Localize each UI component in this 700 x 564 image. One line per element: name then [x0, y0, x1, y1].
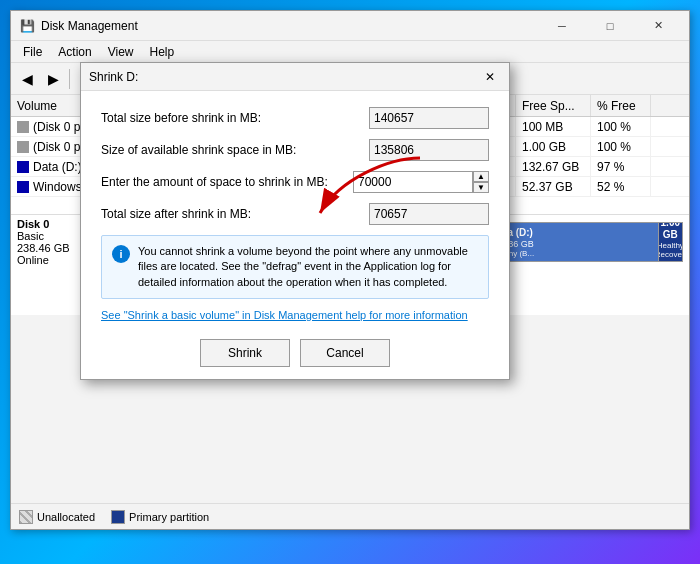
td-pct: 97 %: [591, 157, 651, 176]
legend-box-unallocated: [19, 510, 33, 524]
minimize-button[interactable]: ─: [539, 11, 585, 41]
spinner-down-button[interactable]: ▼: [473, 182, 489, 193]
field-total-after-label: Total size after shrink in MB:: [101, 207, 369, 221]
toolbar-forward[interactable]: ▶: [41, 67, 65, 91]
field-total-before-label: Total size before shrink in MB:: [101, 111, 369, 125]
legend-unallocated: Unallocated: [19, 510, 95, 524]
disk-icon: [17, 121, 29, 133]
field-amount-to-shrink-label: Enter the amount of space to shrink in M…: [101, 175, 353, 189]
shrink-dialog: Shrink D: ✕ Total size before shrink in …: [80, 62, 510, 380]
shrink-button[interactable]: Shrink: [200, 339, 290, 367]
legend-label-unallocated: Unallocated: [37, 511, 95, 523]
disk-icon: [17, 141, 29, 153]
field-available-shrink-input[interactable]: [369, 139, 489, 161]
help-link[interactable]: See "Shrink a basic volume" in Disk Mana…: [101, 309, 489, 321]
field-total-after-input[interactable]: [369, 203, 489, 225]
td-pct: 52 %: [591, 177, 651, 196]
legend-label-primary: Primary partition: [129, 511, 209, 523]
col-header-pct[interactable]: % Free: [591, 95, 651, 116]
spinner-buttons: ▲ ▼: [473, 171, 489, 193]
maximize-button[interactable]: □: [587, 11, 633, 41]
spinner-up-button[interactable]: ▲: [473, 171, 489, 182]
dialog-close-button[interactable]: ✕: [479, 66, 501, 88]
legend-primary: Primary partition: [111, 510, 209, 524]
window-controls: ─ □ ✕: [539, 11, 681, 41]
dialog-title-bar: Shrink D: ✕: [81, 63, 509, 91]
td-free: 132.67 GB: [516, 157, 591, 176]
dialog-buttons: Shrink Cancel: [101, 335, 489, 367]
disk-icon: [17, 181, 29, 193]
field-available-shrink: Size of available shrink space in MB:: [101, 139, 489, 161]
field-total-before-wrap: [369, 107, 489, 129]
field-available-shrink-label: Size of available shrink space in MB:: [101, 143, 369, 157]
toolbar-sep-1: [69, 69, 70, 89]
toolbar-back[interactable]: ◀: [15, 67, 39, 91]
menu-file[interactable]: File: [15, 43, 50, 61]
menu-bar: File Action View Help: [11, 41, 689, 63]
td-pct: 100 %: [591, 137, 651, 156]
info-box: i You cannot shrink a volume beyond the …: [101, 235, 489, 299]
info-text: You cannot shrink a volume beyond the po…: [138, 244, 478, 290]
menu-help[interactable]: Help: [142, 43, 183, 61]
td-free: 1.00 GB: [516, 137, 591, 156]
cancel-button[interactable]: Cancel: [300, 339, 390, 367]
menu-action[interactable]: Action: [50, 43, 99, 61]
legend-bar: Unallocated Primary partition: [11, 503, 689, 529]
field-total-before: Total size before shrink in MB:: [101, 107, 489, 129]
legend-box-primary: [111, 510, 125, 524]
field-amount-to-shrink: Enter the amount of space to shrink in M…: [101, 171, 489, 193]
close-button[interactable]: ✕: [635, 11, 681, 41]
window-title: Disk Management: [41, 19, 539, 33]
field-amount-to-shrink-input[interactable]: [353, 171, 473, 193]
col-header-free[interactable]: Free Sp...: [516, 95, 591, 116]
field-total-after-wrap: [369, 203, 489, 225]
field-available-shrink-wrap: [369, 139, 489, 161]
app-icon: 💾: [19, 18, 35, 34]
td-free: 52.37 GB: [516, 177, 591, 196]
menu-view[interactable]: View: [100, 43, 142, 61]
disk-icon: [17, 161, 29, 173]
title-bar: 💾 Disk Management ─ □ ✕: [11, 11, 689, 41]
td-free: 100 MB: [516, 117, 591, 136]
dialog-title: Shrink D:: [89, 70, 479, 84]
field-total-before-input[interactable]: [369, 107, 489, 129]
info-icon: i: [112, 245, 130, 263]
disk-segment-recovery[interactable]: 1.00 GB Healthy (Recovery Pa...: [659, 223, 682, 261]
td-pct: 100 %: [591, 117, 651, 136]
field-amount-to-shrink-wrap: ▲ ▼: [353, 171, 489, 193]
field-total-after: Total size after shrink in MB:: [101, 203, 489, 225]
dialog-content: Total size before shrink in MB: Size of …: [81, 91, 509, 379]
